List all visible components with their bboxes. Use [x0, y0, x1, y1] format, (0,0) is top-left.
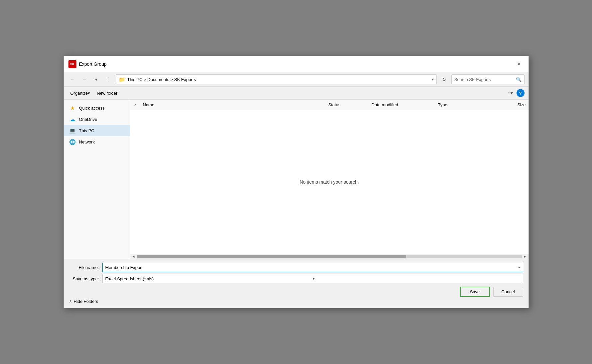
search-box[interactable]: 🔍 [451, 74, 525, 84]
onedrive-icon: ☁ [69, 116, 76, 123]
file-name-row: File name: ▾ [69, 263, 523, 272]
col-name-header[interactable]: Name [140, 101, 326, 109]
scroll-thumb[interactable] [137, 255, 407, 258]
network-icon: 🌐 [69, 138, 76, 145]
quick-access-icon: ★ [69, 105, 76, 111]
save-type-label: Save as type: [69, 276, 102, 281]
title-bar: SK Export Group × [64, 56, 529, 72]
forward-button[interactable]: → [80, 75, 89, 84]
up-button[interactable]: ↑ [104, 75, 113, 84]
file-name-field[interactable]: ▾ [102, 263, 523, 272]
col-status-header[interactable]: Status [326, 101, 369, 109]
buttons-row: Save Cancel [69, 287, 523, 297]
file-name-input[interactable] [105, 265, 518, 270]
address-bar[interactable]: 📁 This PC > Documents > SK Exports ▾ [116, 74, 437, 84]
horizontal-scrollbar[interactable]: ◄ ► [130, 254, 529, 259]
scroll-right-button[interactable]: ► [523, 254, 528, 259]
file-area: ∧ Name Status Date modified Type Size No… [130, 100, 529, 259]
save-type-chevron-icon[interactable]: ▾ [313, 277, 520, 281]
hide-folders-toggle[interactable]: ∧ Hide Folders [69, 297, 523, 305]
breadcrumb-path: This PC > Documents > SK Exports [127, 77, 430, 82]
close-button[interactable]: × [515, 59, 524, 69]
navigation-toolbar: ← → ▾ ↑ 📁 This PC > Documents > SK Expor… [64, 72, 529, 87]
scroll-left-button[interactable]: ◄ [131, 254, 136, 259]
search-icon: 🔍 [516, 77, 522, 82]
folder-icon: 📁 [119, 76, 125, 83]
file-name-chevron-icon[interactable]: ▾ [518, 265, 520, 270]
save-button[interactable]: Save [460, 287, 490, 297]
sidebar-item-onedrive[interactable]: ☁ OneDrive [64, 114, 130, 125]
sidebar-item-network[interactable]: 🌐 Network [64, 136, 130, 147]
this-pc-icon: 💻 [69, 127, 76, 134]
sidebar-item-quick-access[interactable]: ★ Quick access [64, 102, 130, 114]
network-label: Network [79, 139, 95, 144]
view-button[interactable]: ≡▾ [506, 88, 515, 98]
quick-access-label: Quick access [79, 106, 105, 111]
scroll-track[interactable] [137, 255, 522, 258]
save-type-value: Excel Spreadsheet (*.xls) [105, 276, 313, 281]
bottom-area: File name: ▾ Save as type: Excel Spreads… [64, 259, 529, 308]
save-type-dropdown[interactable]: Excel Spreadsheet (*.xls) ▾ [102, 274, 523, 283]
hide-folders-chevron-icon: ∧ [69, 299, 72, 304]
file-name-label: File name: [69, 265, 102, 270]
cancel-button[interactable]: Cancel [493, 287, 523, 297]
export-dialog: SK Export Group × ← → ▾ ↑ 📁 This PC > Do… [63, 56, 529, 308]
sidebar: ★ Quick access ☁ OneDrive 💻 This PC 🌐 Ne… [64, 100, 130, 259]
organize-button[interactable]: Organize▾ [68, 90, 93, 97]
save-type-row: Save as type: Excel Spreadsheet (*.xls) … [69, 274, 523, 283]
back-button[interactable]: ← [68, 75, 77, 84]
search-input[interactable] [454, 77, 514, 82]
col-type-header[interactable]: Type [435, 101, 495, 109]
action-bar: Organize▾ New folder ≡▾ ? [64, 87, 529, 100]
help-button[interactable]: ? [517, 89, 525, 97]
dropdown-button[interactable]: ▾ [92, 75, 101, 84]
address-chevron-icon[interactable]: ▾ [432, 77, 434, 82]
col-date-header[interactable]: Date modified [369, 101, 435, 109]
new-folder-button[interactable]: New folder [94, 90, 120, 97]
col-size-header[interactable]: Size [495, 101, 529, 109]
onedrive-label: OneDrive [79, 117, 97, 122]
refresh-button[interactable]: ↻ [439, 75, 449, 84]
sk-logo: SK [68, 60, 76, 68]
hide-folders-label: Hide Folders [74, 299, 98, 304]
empty-message: No items match your search. [299, 179, 359, 185]
sort-arrow[interactable]: ∧ [130, 103, 140, 107]
dialog-title: Export Group [79, 61, 107, 67]
this-pc-label: This PC [79, 128, 94, 133]
main-content: ★ Quick access ☁ OneDrive 💻 This PC 🌐 Ne… [64, 100, 529, 259]
column-header: ∧ Name Status Date modified Type Size [130, 100, 529, 110]
file-list-empty: No items match your search. [130, 110, 529, 254]
sidebar-item-this-pc[interactable]: 💻 This PC [64, 125, 130, 136]
